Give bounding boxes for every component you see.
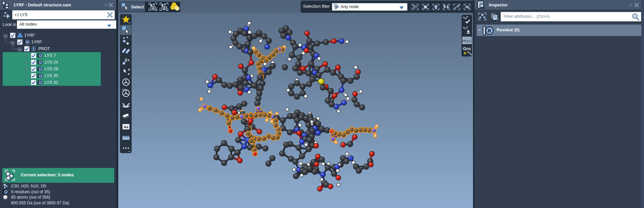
svg-text:M: M — [26, 40, 29, 44]
svg-text:R: R — [39, 54, 41, 57]
svg-text:Aa: Aa — [124, 125, 129, 129]
svg-text:R: R — [5, 190, 7, 194]
svg-text:2+: 2+ — [125, 58, 130, 63]
svg-text:R: R — [39, 74, 41, 77]
svg-text:R: R — [39, 67, 41, 71]
svg-text:Gro: Gro — [463, 46, 471, 51]
svg-text:R: R — [39, 61, 41, 64]
svg-text:R: R — [39, 81, 41, 84]
svg-text:R: R — [488, 28, 491, 34]
svg-text:S: S — [33, 47, 35, 50]
svg-text:IP[y]:: IP[y]: — [462, 39, 472, 42]
